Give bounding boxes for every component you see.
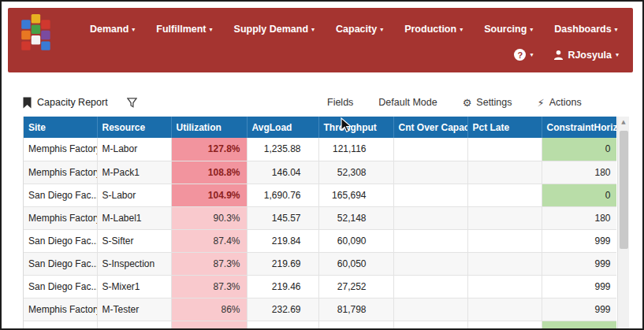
- cell-cnt-over: [393, 206, 467, 229]
- col-header-site[interactable]: Site: [24, 117, 97, 138]
- cell-utilization: 87.3%: [171, 275, 247, 298]
- nav-label: User Settings: [639, 24, 644, 35]
- cell-throughput: 165,694: [318, 184, 393, 206]
- cell-avgload: 1,235.88: [247, 138, 318, 161]
- cell-constraint: 0: [542, 138, 616, 161]
- table-row[interactable]: Memphis Factory M-Tester 86% 232.69 81,7…: [24, 298, 616, 321]
- cell-pct-late: [467, 184, 542, 206]
- scroll-up-arrow[interactable]: ▲: [618, 117, 629, 128]
- cell-utilization: 108.8%: [171, 161, 247, 184]
- nav-label: Production: [404, 24, 456, 35]
- vertical-scrollbar[interactable]: ▲: [617, 117, 629, 328]
- chevron-down-icon: ▾: [530, 51, 533, 58]
- cell-site: [24, 321, 97, 328]
- toolbar-center-tools: Fields Default Mode ⚙ Settings ⚡ Actions: [327, 91, 582, 113]
- cell-throughput: 785,950: [318, 321, 393, 328]
- cell-cnt-over: [393, 252, 467, 275]
- app-header-bar: Demand ▾ Fulfillment ▾ Supply Demand ▾ C…: [8, 8, 633, 72]
- chevron-down-icon: ▾: [615, 26, 618, 33]
- cell-pct-late: [467, 138, 542, 161]
- report-toolbar: Capacity Report Fields Default Mode ⚙ Se…: [23, 91, 624, 113]
- cell-throughput: 27,252: [318, 275, 393, 298]
- cell-utilization: 104.9%: [171, 184, 247, 206]
- actions-button[interactable]: ⚡ Actions: [538, 97, 582, 109]
- col-header-constrainthoriz[interactable]: ConstraintHoriz: [542, 117, 616, 138]
- cell-cnt-over: [393, 138, 467, 161]
- table-row[interactable]: San Diego Fac... S-Inspection 87.3% 219.…: [24, 252, 616, 275]
- table-row[interactable]: San Diego Fac... S-Sifter 87.4% 219.84 6…: [24, 229, 616, 252]
- col-header-pct-late[interactable]: Pct Late: [467, 117, 542, 138]
- cell-utilization: 87.3%: [171, 252, 247, 275]
- cell-throughput: 52,148: [318, 206, 393, 229]
- cell-site: San Diego Fac...: [24, 184, 97, 206]
- table-row[interactable]: Air 79.6% 16,039.8 785,950: [24, 321, 616, 328]
- table-row[interactable]: San Diego Fac... S-Labor 104.9% 1,690.76…: [24, 184, 616, 206]
- col-header-avgload[interactable]: AvgLoad: [247, 117, 318, 138]
- filter-icon[interactable]: [127, 98, 137, 108]
- report-name: Capacity Report: [37, 97, 108, 108]
- bookmark-icon: [23, 97, 32, 109]
- chevron-down-icon: ▾: [210, 26, 213, 33]
- cell-cnt-over: [393, 161, 467, 184]
- main-nav: Demand ▾ Fulfillment ▾ Supply Demand ▾ C…: [90, 24, 644, 35]
- cell-resource: S-Mixer1: [97, 275, 171, 298]
- nav-item-sourcing[interactable]: Sourcing ▾: [484, 24, 533, 35]
- cell-constraint: 999: [542, 252, 616, 275]
- cell-resource: M-Tester: [97, 298, 171, 321]
- cell-constraint: 999: [542, 275, 616, 298]
- help-menu[interactable]: ? ▾: [514, 49, 533, 61]
- col-header-utilization[interactable]: Utilization: [171, 117, 247, 138]
- chevron-down-icon: ▾: [132, 26, 135, 33]
- nav-label: Sourcing: [484, 24, 527, 35]
- cell-pct-late: [467, 275, 542, 298]
- cell-utilization: 86%: [171, 298, 247, 321]
- cell-site: Memphis Factory: [24, 161, 97, 184]
- mode-selector[interactable]: Default Mode: [378, 97, 437, 108]
- col-header-cnt-over-capac[interactable]: Cnt Over Capac: [393, 117, 467, 138]
- settings-button[interactable]: ⚙ Settings: [463, 97, 512, 109]
- cell-pct-late: [467, 206, 542, 229]
- report-title-group[interactable]: Capacity Report: [23, 97, 108, 109]
- cell-resource: M-Labor: [97, 138, 171, 161]
- nav-label: Dashboards: [554, 24, 611, 35]
- nav-item-production[interactable]: Production ▾: [404, 24, 463, 35]
- nav-label: Capacity: [336, 24, 377, 35]
- scrollbar-thumb[interactable]: [620, 131, 628, 249]
- user-menu[interactable]: RJosyula ▾: [553, 50, 619, 61]
- chevron-down-icon: ▾: [530, 26, 533, 33]
- nav-item-supply-demand[interactable]: Supply Demand ▾: [234, 24, 315, 35]
- nav-item-capacity[interactable]: Capacity ▾: [336, 24, 383, 35]
- capacity-report-table: Site Resource Utilization AvgLoad Throug…: [23, 117, 616, 328]
- cell-utilization: 127.8%: [171, 138, 247, 161]
- chevron-down-icon: ▾: [311, 26, 315, 33]
- cell-cnt-over: [393, 298, 467, 321]
- app-logo-icon[interactable]: [20, 14, 54, 54]
- cell-site: Memphis Factory: [24, 206, 97, 229]
- nav-item-dashboards[interactable]: Dashboards ▾: [554, 24, 617, 35]
- nav-item-user-settings[interactable]: User Settings ▾: [639, 24, 644, 35]
- fields-button[interactable]: Fields: [327, 97, 353, 108]
- cell-constraint: 999: [542, 229, 616, 252]
- cell-utilization: 79.6%: [171, 321, 247, 328]
- table-row[interactable]: Memphis Factory M-Pack1 108.8% 146.04 52…: [24, 161, 616, 184]
- col-header-resource[interactable]: Resource: [97, 117, 171, 138]
- cell-cnt-over: [393, 275, 467, 298]
- cell-throughput: 81,798: [318, 298, 393, 321]
- nav-item-fulfillment[interactable]: Fulfillment ▾: [156, 24, 212, 35]
- cell-pct-late: [467, 252, 542, 275]
- cell-utilization: 90.3%: [171, 206, 247, 229]
- lightning-icon: ⚡: [538, 97, 545, 109]
- cell-resource: M-Pack1: [97, 161, 171, 184]
- chevron-down-icon: ▾: [616, 51, 619, 58]
- cell-constraint: 180: [542, 206, 616, 229]
- cell-site: Memphis Factory: [24, 298, 97, 321]
- cell-avgload: 1,690.76: [247, 184, 318, 206]
- nav-item-demand[interactable]: Demand ▾: [90, 24, 135, 35]
- table-row[interactable]: Memphis Factory M-Labor 127.8% 1,235.88 …: [24, 138, 616, 161]
- table-row[interactable]: San Diego Fac... S-Mixer1 87.3% 219.46 2…: [24, 275, 616, 298]
- cell-cnt-over: [393, 184, 467, 206]
- cell-avgload: 16,039.8: [247, 321, 318, 328]
- table-row[interactable]: Memphis Factory M-Label1 90.3% 145.57 52…: [24, 206, 616, 229]
- col-header-throughput[interactable]: Throughput: [318, 117, 393, 138]
- cell-avgload: 146.04: [247, 161, 318, 184]
